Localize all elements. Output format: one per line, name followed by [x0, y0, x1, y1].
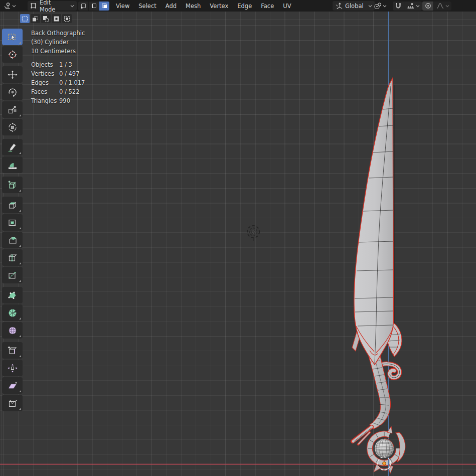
hud-grid-scale: 10 Centimeters [31, 47, 85, 56]
chevron-down-icon [416, 5, 420, 8]
tool-poly-build[interactable] [2, 287, 23, 303]
mode-selector-label: Edit Mode [39, 0, 68, 13]
select-subtract-icon [43, 16, 49, 22]
edge-select-button[interactable] [89, 2, 99, 11]
menu-view[interactable]: View [111, 3, 134, 10]
tool-spin[interactable] [2, 304, 23, 321]
snap-to-dropdown[interactable] [404, 2, 422, 11]
edge-slide-icon [7, 346, 18, 356]
tool-extrude-region[interactable] [2, 197, 23, 213]
menu-select[interactable]: Select [134, 3, 161, 10]
tool-bevel[interactable] [2, 232, 23, 248]
transform-icon [7, 122, 18, 132]
tool-knife[interactable] [2, 267, 23, 283]
tool-edge-slide[interactable] [2, 342, 23, 359]
snap-toggle-button[interactable] [393, 2, 404, 11]
chevron-down-icon [368, 5, 372, 8]
smooth-icon [7, 326, 18, 336]
tool-annotate[interactable] [2, 139, 23, 155]
stat-label: Triangles [31, 98, 59, 104]
tool-add-cube[interactable] [2, 177, 23, 193]
rip-region-icon [7, 398, 18, 408]
scale-icon [7, 105, 18, 115]
select-option-subtract[interactable] [41, 14, 51, 23]
tool-transform[interactable] [2, 119, 23, 135]
tool-loop-cut[interactable] [2, 249, 23, 266]
hud-statistics: Objects1 / 3 Vertices0 / 497 Edges0 / 1,… [31, 62, 85, 104]
select-option-set[interactable] [20, 14, 30, 23]
pivot-point-dropdown[interactable] [374, 1, 390, 11]
chevron-down-icon [12, 5, 16, 8]
tool-smooth[interactable] [2, 322, 23, 339]
cursor-tool-icon [7, 50, 18, 60]
loop-cut-icon [7, 253, 18, 263]
menu-mesh[interactable]: Mesh [181, 3, 205, 10]
stat-label: Vertices [31, 71, 59, 77]
tool-measure[interactable] [2, 156, 23, 173]
chevron-down-icon [445, 5, 449, 8]
editor-type-button[interactable] [2, 1, 25, 11]
stat-value: 0 / 497 [59, 71, 85, 77]
stat-label: Objects [31, 62, 59, 68]
chevron-down-icon [383, 5, 387, 8]
stat-value: 0 / 1,017 [59, 80, 85, 86]
stat-value: 0 / 522 [59, 89, 85, 95]
tool-move[interactable] [2, 66, 23, 83]
menu-edge[interactable]: Edge [233, 3, 256, 10]
transform-orientation-dropdown[interactable]: Global [333, 1, 375, 11]
stat-value: 990 [59, 98, 85, 104]
proportional-circle-icon [424, 2, 432, 10]
vertex-select-button[interactable] [78, 2, 88, 11]
snapping-controls [393, 1, 422, 11]
header: Edit Mode View Select Add Mesh Vert [0, 0, 476, 12]
spin-icon [7, 308, 18, 318]
stat-value: 1 / 3 [59, 62, 85, 68]
tool-inset-faces[interactable] [2, 214, 23, 231]
proportional-editing-controls [422, 1, 451, 11]
proportional-falloff-dropdown[interactable] [434, 2, 451, 11]
tool-shrink-fatten[interactable] [2, 360, 23, 376]
proportional-editing-toggle[interactable] [422, 2, 433, 11]
vertex-select-icon [80, 3, 87, 9]
hud-object-name: (30) Cylinder [31, 38, 85, 47]
stat-label: Edges [31, 80, 59, 86]
select-option-extend[interactable] [31, 14, 40, 23]
face-select-button[interactable] [99, 2, 109, 11]
poly-build-icon [7, 290, 18, 300]
move-icon [7, 70, 18, 80]
editor-type-icon [3, 2, 11, 10]
select-mode-toggle [78, 1, 109, 11]
tool-rip-region[interactable] [2, 395, 23, 411]
tool-rotate[interactable] [2, 84, 23, 100]
tool-scale[interactable] [2, 101, 23, 118]
orientation-axes-icon [335, 2, 343, 10]
select-mode-options [20, 14, 72, 23]
select-option-intersect[interactable] [62, 14, 72, 23]
select-option-invert[interactable] [52, 14, 61, 23]
select-invert-icon [53, 16, 60, 22]
menu-uv[interactable]: UV [278, 3, 295, 10]
viewport-hud: Back Orthographic (30) Cylinder 10 Centi… [31, 29, 85, 104]
hud-view-name: Back Orthographic [31, 29, 85, 38]
menu-face[interactable]: Face [256, 3, 278, 10]
tool-cursor[interactable] [2, 46, 23, 63]
tool-select-box[interactable] [2, 29, 23, 45]
bevel-icon [7, 235, 18, 245]
mode-selector-dropdown[interactable]: Edit Mode [28, 1, 77, 11]
pivot-point-icon [374, 2, 382, 10]
menu-add[interactable]: Add [161, 3, 181, 10]
select-extend-icon [32, 16, 39, 22]
snap-increments-icon [406, 2, 415, 10]
tool-shear[interactable] [2, 377, 23, 394]
falloff-curve-icon [436, 2, 444, 10]
menu-vertex[interactable]: Vertex [205, 3, 233, 10]
face-select-icon [101, 3, 108, 9]
shear-icon [7, 381, 18, 391]
stat-label: Faces [31, 89, 59, 95]
select-box-icon [7, 32, 18, 42]
knife-icon [7, 270, 18, 280]
annotate-pencil-icon [7, 142, 18, 152]
select-set-icon [22, 16, 28, 22]
add-cube-icon [7, 180, 18, 190]
shrink-fatten-icon [7, 363, 18, 373]
